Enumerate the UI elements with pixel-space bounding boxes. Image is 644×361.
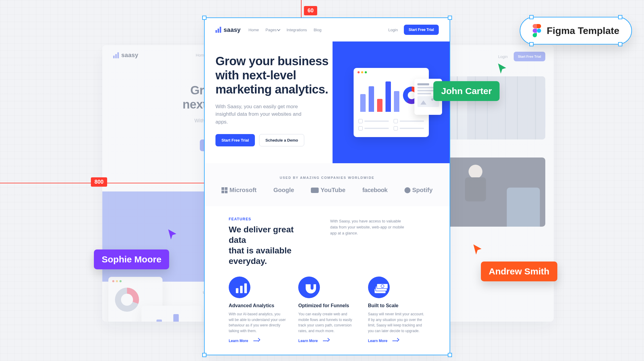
figma-pill-label: Figma Template <box>547 25 619 36</box>
resize-handle-icon[interactable] <box>618 42 622 46</box>
cursor-orange-icon <box>472 243 483 255</box>
resize-handle-icon[interactable] <box>529 42 534 46</box>
figma-logo-icon <box>532 24 541 37</box>
svg-point-18 <box>537 29 541 33</box>
resize-handle-icon[interactable] <box>202 353 206 357</box>
measure-badge-left: 800 <box>91 177 107 187</box>
cursor-tag-green: John Carter <box>433 81 500 101</box>
measure-badge-top: 60 <box>304 6 317 15</box>
cursor-green-icon <box>497 63 507 75</box>
resize-handle-icon[interactable] <box>448 16 452 20</box>
resize-handle-icon[interactable] <box>529 15 534 19</box>
figma-template-pill[interactable]: Figma Template <box>520 17 632 44</box>
cursor-purple-icon <box>167 228 178 240</box>
resize-handle-icon[interactable] <box>202 16 206 20</box>
cursor-tag-purple: Sophie Moore <box>94 249 169 269</box>
resize-handle-icon[interactable] <box>618 15 622 19</box>
cursor-tag-orange: Andrew Smith <box>481 262 557 281</box>
selection-box[interactable] <box>204 17 450 355</box>
resize-handle-icon[interactable] <box>448 353 452 357</box>
measure-line-top <box>301 0 302 18</box>
